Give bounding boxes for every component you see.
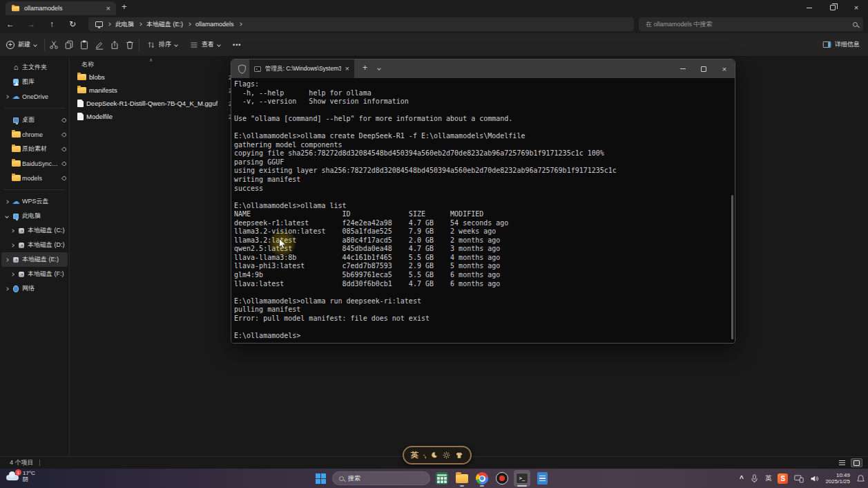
taskbar-icon-notepad[interactable] bbox=[534, 470, 550, 487]
forward-icon[interactable]: → bbox=[21, 19, 41, 29]
details-view-button[interactable] bbox=[836, 458, 848, 467]
tray-expand-chevron[interactable]: ^ bbox=[740, 475, 744, 482]
explorer-tab[interactable]: ollamamodels × bbox=[6, 1, 116, 15]
rename-button[interactable] bbox=[92, 37, 107, 53]
pin-icon bbox=[61, 146, 67, 151]
details-pane-button[interactable]: 详细信息 bbox=[822, 40, 860, 49]
search-input[interactable] bbox=[644, 20, 853, 28]
paste-button[interactable] bbox=[77, 37, 92, 53]
sidebar-item-disk-c[interactable]: 本地磁盘 (C:) bbox=[0, 223, 69, 238]
file-explorer-icon bbox=[456, 474, 468, 483]
terminal-new-tab-button[interactable]: + bbox=[363, 64, 367, 72]
ime-skin-icon[interactable] bbox=[455, 451, 463, 459]
window-close-button[interactable]: × bbox=[845, 0, 868, 15]
folder-icon bbox=[12, 131, 21, 138]
chevron-right-icon[interactable] bbox=[10, 272, 15, 276]
new-button[interactable]: + 新建 bbox=[0, 37, 43, 53]
file-row-modelfile[interactable]: Modelfile 2 bbox=[72, 110, 238, 123]
sidebar-item-disk-e[interactable]: 本地磁盘 (E:) bbox=[1, 252, 68, 267]
file-row-manifests[interactable]: manifests 2 bbox=[72, 84, 238, 97]
notepad-icon bbox=[537, 472, 548, 485]
taskbar-search[interactable]: 搜索 bbox=[332, 471, 430, 485]
chevron-down-icon bbox=[174, 43, 178, 47]
tab-close-icon[interactable]: × bbox=[106, 5, 110, 12]
window-minimize-button[interactable] bbox=[798, 0, 821, 15]
ime-language-mode[interactable]: 英 bbox=[411, 450, 418, 460]
sidebar-item-models[interactable]: models bbox=[0, 171, 69, 185]
back-icon[interactable]: ← bbox=[0, 19, 21, 29]
terminal-tab-dropdown-icon[interactable] bbox=[377, 66, 381, 71]
tray-ime-language[interactable]: 英 bbox=[765, 474, 772, 483]
breadcrumb-drive-e[interactable]: 本地磁盘 (E:) bbox=[146, 20, 183, 29]
breadcrumb-this-pc[interactable]: 此电脑 bbox=[115, 20, 134, 29]
tray-clock[interactable]: 10:49 2025/1/25 bbox=[825, 472, 850, 485]
chevron-down-icon[interactable] bbox=[5, 214, 9, 218]
breadcrumb[interactable]: 此电脑 本地磁盘 (E:) ollamamodels bbox=[88, 17, 634, 31]
more-options-button[interactable]: ••• bbox=[226, 37, 247, 53]
chevron-right-icon[interactable] bbox=[5, 287, 9, 291]
delete-button[interactable] bbox=[122, 37, 137, 53]
terminal-title-bar[interactable]: >_ 管理员: C:\Windows\System32 × + × bbox=[231, 59, 735, 78]
up-icon[interactable]: ↑ bbox=[41, 19, 62, 29]
calculator-icon bbox=[436, 472, 448, 485]
window-restore-button[interactable] bbox=[821, 0, 845, 15]
tray-volume-icon[interactable] bbox=[810, 474, 819, 483]
sidebar-item-chrome[interactable]: chrome bbox=[0, 127, 69, 142]
sidebar-item-gallery[interactable]: 图库 bbox=[0, 75, 69, 89]
share-button[interactable] bbox=[107, 37, 122, 53]
tray-mic-icon[interactable] bbox=[750, 474, 759, 483]
taskbar-icon-terminal[interactable]: >_ bbox=[514, 470, 530, 487]
tray-sogou-icon[interactable]: S bbox=[778, 473, 788, 484]
copy-button[interactable] bbox=[61, 37, 77, 53]
file-row-gguf[interactable]: DeepSeek-R1-Distill-Qwen-7B-Q4_K_M.gguf … bbox=[72, 97, 238, 110]
chevron-right-icon[interactable] bbox=[5, 200, 9, 204]
view-button[interactable]: 查看 bbox=[184, 37, 226, 53]
refresh-icon[interactable]: ↻ bbox=[62, 19, 83, 29]
explorer-search-box[interactable] bbox=[639, 17, 863, 31]
ime-moon-icon[interactable] bbox=[430, 451, 438, 459]
sidebar-item-disk-d[interactable]: 本地磁盘 (D:) bbox=[0, 238, 69, 252]
icons-view-button[interactable] bbox=[851, 458, 862, 467]
column-header-name[interactable]: 名称 ∧ bbox=[72, 58, 238, 71]
chevron-right-icon[interactable] bbox=[5, 95, 9, 99]
sidebar-item-material[interactable]: 原始素材 bbox=[0, 142, 69, 156]
tray-cast-icon[interactable] bbox=[794, 474, 804, 483]
sidebar-item-baidusyncdisk[interactable]: BaiduSyncdisk bbox=[0, 156, 69, 171]
ime-punctuation-toggle[interactable]: ·, bbox=[423, 452, 426, 459]
sidebar-item-this-pc[interactable]: 此电脑 bbox=[0, 209, 69, 223]
sidebar-item-network[interactable]: 网络 bbox=[0, 281, 69, 296]
terminal-minimize-button[interactable] bbox=[673, 59, 693, 78]
sidebar-item-disk-f[interactable]: 本地磁盘 (F:) bbox=[0, 267, 69, 281]
terminal-content-area[interactable]: Flags: -h, --help help for ollama -v, --… bbox=[231, 78, 735, 343]
sidebar-item-onedrive[interactable]: ☁ OneDrive bbox=[0, 89, 69, 104]
pin-icon bbox=[61, 160, 67, 166]
terminal-maximize-button[interactable] bbox=[693, 59, 714, 78]
terminal-tab[interactable]: >_ 管理员: C:\Windows\System32 × bbox=[249, 59, 354, 78]
chevron-right-icon[interactable] bbox=[5, 258, 9, 262]
cut-button[interactable] bbox=[46, 37, 61, 53]
ime-settings-gear-icon[interactable] bbox=[443, 451, 450, 459]
chevron-right-icon[interactable] bbox=[10, 229, 15, 233]
ime-toolbar[interactable]: 英 ·, bbox=[403, 446, 472, 464]
taskbar-icon-recorder[interactable] bbox=[494, 470, 510, 487]
taskbar-icon-explorer[interactable] bbox=[454, 470, 470, 487]
terminal-scrollbar[interactable] bbox=[731, 195, 733, 339]
taskbar-start-button[interactable] bbox=[312, 470, 329, 487]
terminal-tab-close-icon[interactable]: × bbox=[345, 65, 349, 73]
taskbar-icon-calculator[interactable] bbox=[434, 470, 450, 487]
terminal-close-button[interactable]: × bbox=[714, 59, 735, 78]
chevron-right-icon[interactable] bbox=[10, 243, 15, 247]
sidebar-item-home[interactable]: ⌂ 主文件夹 bbox=[0, 60, 69, 75]
this-pc-icon bbox=[95, 21, 103, 27]
taskbar-weather-widget[interactable]: 1 17°C 阴 bbox=[6, 470, 35, 482]
sidebar-item-wps-cloud[interactable]: ☁ WPS云盘 bbox=[0, 194, 69, 209]
sidebar-item-desktop[interactable]: 桌面 bbox=[0, 113, 69, 127]
chevron-right-icon bbox=[238, 22, 242, 26]
taskbar-icon-chrome[interactable] bbox=[474, 470, 490, 487]
file-row-blobs[interactable]: blobs 2 bbox=[72, 71, 238, 84]
tray-bell-icon[interactable] bbox=[856, 474, 865, 483]
new-tab-button[interactable]: + bbox=[122, 2, 127, 11]
breadcrumb-ollamamodels[interactable]: ollamamodels bbox=[195, 21, 234, 28]
sort-button[interactable]: 排序 bbox=[141, 37, 184, 53]
weather-temperature: 17°C bbox=[23, 470, 35, 476]
